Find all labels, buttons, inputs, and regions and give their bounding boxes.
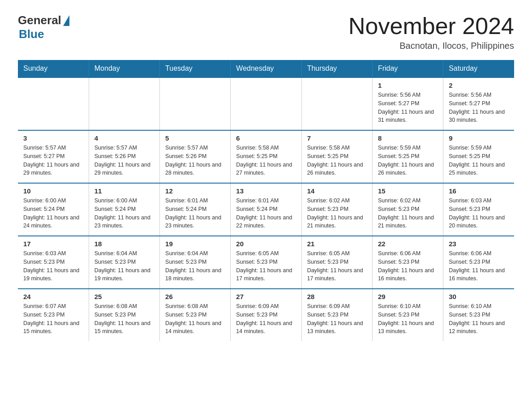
calendar-cell: 19Sunrise: 6:04 AMSunset: 5:23 PMDayligh…: [160, 236, 231, 289]
day-number: 29: [378, 293, 438, 300]
calendar-cell: 13Sunrise: 6:01 AMSunset: 5:24 PMDayligh…: [231, 183, 301, 236]
day-info: Sunrise: 6:04 AMSunset: 5:23 PMDaylight:…: [165, 249, 225, 283]
day-number: 12: [165, 187, 225, 195]
calendar-cell: 7Sunrise: 5:58 AMSunset: 5:25 PMDaylight…: [301, 130, 372, 183]
day-number: 24: [23, 293, 83, 300]
day-number: 23: [449, 240, 509, 248]
day-info: Sunrise: 6:06 AMSunset: 5:23 PMDaylight:…: [378, 249, 438, 283]
calendar-week-row: 1Sunrise: 5:56 AMSunset: 5:27 PMDaylight…: [18, 77, 514, 130]
day-number: 11: [94, 187, 154, 195]
day-info: Sunrise: 6:05 AMSunset: 5:23 PMDaylight:…: [236, 249, 296, 283]
calendar-header-monday: Monday: [89, 60, 159, 77]
day-info: Sunrise: 5:59 AMSunset: 5:25 PMDaylight:…: [378, 144, 438, 177]
calendar-week-row: 17Sunrise: 6:03 AMSunset: 5:23 PMDayligh…: [18, 236, 514, 289]
calendar-cell: [18, 77, 89, 130]
calendar-cell: 4Sunrise: 5:57 AMSunset: 5:26 PMDaylight…: [89, 130, 159, 183]
calendar-table: SundayMondayTuesdayWednesdayThursdayFrid…: [18, 60, 514, 341]
day-number: 3: [23, 134, 83, 142]
calendar-cell: [160, 77, 231, 130]
day-number: 30: [449, 293, 509, 300]
day-number: 2: [449, 81, 509, 89]
calendar-header-row: SundayMondayTuesdayWednesdayThursdayFrid…: [18, 60, 514, 77]
day-info: Sunrise: 6:09 AMSunset: 5:23 PMDaylight:…: [307, 302, 367, 336]
day-number: 10: [23, 187, 83, 195]
day-info: Sunrise: 6:01 AMSunset: 5:24 PMDaylight:…: [236, 197, 296, 230]
day-info: Sunrise: 6:02 AMSunset: 5:23 PMDaylight:…: [307, 197, 367, 230]
calendar-cell: 29Sunrise: 6:10 AMSunset: 5:23 PMDayligh…: [372, 289, 443, 341]
day-info: Sunrise: 6:04 AMSunset: 5:23 PMDaylight:…: [94, 249, 154, 283]
calendar-cell: 15Sunrise: 6:02 AMSunset: 5:23 PMDayligh…: [372, 183, 443, 236]
calendar-cell: 23Sunrise: 6:06 AMSunset: 5:23 PMDayligh…: [443, 236, 514, 289]
day-info: Sunrise: 6:10 AMSunset: 5:23 PMDaylight:…: [449, 302, 509, 336]
logo-blue-text: Blue: [19, 27, 44, 41]
calendar-cell: 2Sunrise: 5:56 AMSunset: 5:27 PMDaylight…: [443, 77, 514, 130]
calendar-header-tuesday: Tuesday: [160, 60, 231, 77]
calendar-cell: 8Sunrise: 5:59 AMSunset: 5:25 PMDaylight…: [372, 130, 443, 183]
page-subtitle: Bacnotan, Ilocos, Philippines: [348, 41, 514, 51]
day-info: Sunrise: 5:56 AMSunset: 5:27 PMDaylight:…: [449, 91, 509, 124]
day-number: 28: [307, 293, 367, 300]
calendar-cell: 17Sunrise: 6:03 AMSunset: 5:23 PMDayligh…: [18, 236, 89, 289]
calendar-week-row: 3Sunrise: 5:57 AMSunset: 5:27 PMDaylight…: [18, 130, 514, 183]
day-info: Sunrise: 6:10 AMSunset: 5:23 PMDaylight:…: [378, 302, 438, 336]
calendar-cell: 1Sunrise: 5:56 AMSunset: 5:27 PMDaylight…: [372, 77, 443, 130]
calendar-cell: 28Sunrise: 6:09 AMSunset: 5:23 PMDayligh…: [301, 289, 372, 341]
day-number: 19: [165, 240, 225, 248]
calendar-cell: 26Sunrise: 6:08 AMSunset: 5:23 PMDayligh…: [160, 289, 231, 341]
day-number: 9: [449, 134, 509, 142]
logo: General Blue: [18, 13, 69, 41]
calendar-cell: [301, 77, 372, 130]
title-section: November 2024 Bacnotan, Ilocos, Philippi…: [348, 13, 514, 51]
day-info: Sunrise: 5:56 AMSunset: 5:27 PMDaylight:…: [378, 91, 438, 124]
day-info: Sunrise: 6:07 AMSunset: 5:23 PMDaylight:…: [23, 302, 83, 336]
calendar-header-sunday: Sunday: [18, 60, 89, 77]
calendar-header-wednesday: Wednesday: [231, 60, 301, 77]
logo-general-text: General: [18, 13, 61, 27]
calendar-header-friday: Friday: [372, 60, 443, 77]
calendar-cell: 27Sunrise: 6:09 AMSunset: 5:23 PMDayligh…: [231, 289, 301, 341]
calendar-cell: 9Sunrise: 5:59 AMSunset: 5:25 PMDaylight…: [443, 130, 514, 183]
day-info: Sunrise: 6:06 AMSunset: 5:23 PMDaylight:…: [449, 249, 509, 283]
day-info: Sunrise: 5:58 AMSunset: 5:25 PMDaylight:…: [236, 144, 296, 177]
calendar-cell: [89, 77, 159, 130]
day-info: Sunrise: 6:00 AMSunset: 5:24 PMDaylight:…: [94, 197, 154, 230]
day-number: 4: [94, 134, 154, 142]
page-header: General Blue November 2024 Bacnotan, Ilo…: [18, 13, 514, 51]
day-number: 21: [307, 240, 367, 248]
day-number: 26: [165, 293, 225, 300]
day-info: Sunrise: 6:01 AMSunset: 5:24 PMDaylight:…: [165, 197, 225, 230]
calendar-cell: 18Sunrise: 6:04 AMSunset: 5:23 PMDayligh…: [89, 236, 159, 289]
calendar-cell: 6Sunrise: 5:58 AMSunset: 5:25 PMDaylight…: [231, 130, 301, 183]
page-title: November 2024: [348, 13, 514, 39]
calendar-cell: 11Sunrise: 6:00 AMSunset: 5:24 PMDayligh…: [89, 183, 159, 236]
day-info: Sunrise: 5:57 AMSunset: 5:27 PMDaylight:…: [23, 144, 83, 177]
calendar-cell: 10Sunrise: 6:00 AMSunset: 5:24 PMDayligh…: [18, 183, 89, 236]
day-number: 22: [378, 240, 438, 248]
day-number: 17: [23, 240, 83, 248]
day-number: 20: [236, 240, 296, 248]
calendar-week-row: 10Sunrise: 6:00 AMSunset: 5:24 PMDayligh…: [18, 183, 514, 236]
calendar-cell: 20Sunrise: 6:05 AMSunset: 5:23 PMDayligh…: [231, 236, 301, 289]
day-info: Sunrise: 6:05 AMSunset: 5:23 PMDaylight:…: [307, 249, 367, 283]
day-info: Sunrise: 6:08 AMSunset: 5:23 PMDaylight:…: [165, 302, 225, 336]
day-number: 18: [94, 240, 154, 248]
day-number: 25: [94, 293, 154, 300]
calendar-cell: 24Sunrise: 6:07 AMSunset: 5:23 PMDayligh…: [18, 289, 89, 341]
day-info: Sunrise: 6:00 AMSunset: 5:24 PMDaylight:…: [23, 197, 83, 230]
day-number: 13: [236, 187, 296, 195]
calendar-cell: 5Sunrise: 5:57 AMSunset: 5:26 PMDaylight…: [160, 130, 231, 183]
calendar-cell: 30Sunrise: 6:10 AMSunset: 5:23 PMDayligh…: [443, 289, 514, 341]
day-number: 14: [307, 187, 367, 195]
day-info: Sunrise: 6:08 AMSunset: 5:23 PMDaylight:…: [94, 302, 154, 336]
day-number: 27: [236, 293, 296, 300]
calendar-header-thursday: Thursday: [301, 60, 372, 77]
day-number: 7: [307, 134, 367, 142]
day-info: Sunrise: 5:57 AMSunset: 5:26 PMDaylight:…: [94, 144, 154, 177]
day-number: 8: [378, 134, 438, 142]
day-info: Sunrise: 6:03 AMSunset: 5:23 PMDaylight:…: [23, 249, 83, 283]
day-number: 16: [449, 187, 509, 195]
day-number: 5: [165, 134, 225, 142]
calendar-cell: 16Sunrise: 6:03 AMSunset: 5:23 PMDayligh…: [443, 183, 514, 236]
day-info: Sunrise: 6:02 AMSunset: 5:23 PMDaylight:…: [378, 197, 438, 230]
day-info: Sunrise: 6:03 AMSunset: 5:23 PMDaylight:…: [449, 197, 509, 230]
